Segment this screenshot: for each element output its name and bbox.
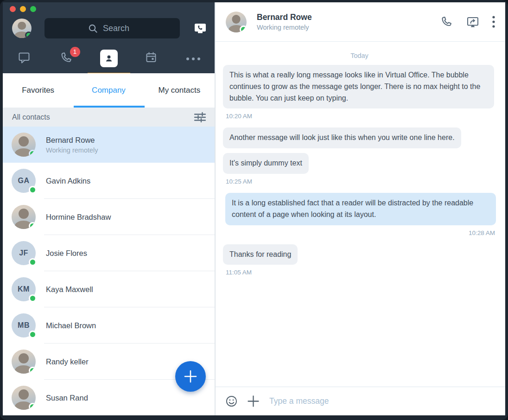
ellipsis-icon xyxy=(186,54,201,63)
presence-dot xyxy=(29,294,37,302)
titlebar xyxy=(3,2,215,15)
message-bubble: Another message will look just like this… xyxy=(223,127,461,148)
active-tab-underline xyxy=(74,106,145,108)
phone-icon: 1 xyxy=(60,51,73,66)
message-list: Today This is what a really long message… xyxy=(216,42,505,387)
contact-name: Michael Brown xyxy=(46,321,96,330)
sidebar-toprow xyxy=(3,15,215,41)
more-options-icon[interactable] xyxy=(492,16,495,28)
chat-panel: Bernard Rowe Working remotely xyxy=(216,2,505,415)
chat-message: This is what a really long message looks… xyxy=(223,65,496,120)
user-avatar[interactable] xyxy=(12,19,32,38)
add-contact-button[interactable] xyxy=(175,361,206,392)
contact-name: Randy keller xyxy=(46,357,89,366)
message-bubble: This is what a really long message looks… xyxy=(223,65,494,108)
contact-name: Bernard Rowe xyxy=(46,136,98,145)
contact-name: Hormine Bradshaw xyxy=(46,213,111,222)
search-box[interactable] xyxy=(44,18,180,38)
sidebar-header: 1 xyxy=(3,2,215,73)
app-window: 1 xyxy=(0,0,508,420)
message-timestamp: 10:25 AM xyxy=(226,178,496,185)
contact-name: Josie Flores xyxy=(46,249,87,258)
zoom-button[interactable] xyxy=(30,6,36,12)
primary-nav: 1 xyxy=(3,41,215,76)
search-input[interactable] xyxy=(103,24,136,33)
attach-plus-icon[interactable] xyxy=(247,395,260,407)
chat-message: Another message will look just like this… xyxy=(223,127,496,148)
presence-dot xyxy=(29,150,36,157)
presence-dot xyxy=(240,25,247,32)
chat-icon xyxy=(18,51,31,66)
plus-icon xyxy=(183,369,198,384)
share-screen-icon[interactable] xyxy=(466,15,480,29)
chat-header: Bernard Rowe Working remotely xyxy=(216,2,505,42)
contact-row[interactable]: JF Josie Flores xyxy=(3,235,215,271)
chat-contact-status: Working remotely xyxy=(257,24,312,31)
contacts-icon xyxy=(100,50,118,67)
presence-dot xyxy=(29,222,36,229)
contact-name: Gavin Adkins xyxy=(46,177,90,185)
sidebar: 1 xyxy=(3,2,216,415)
contact-row[interactable]: Bernard Rowe Working remotely xyxy=(3,127,215,163)
tab-company[interactable]: Company xyxy=(73,86,144,95)
contact-row[interactable]: KM Kaya Maxwell xyxy=(3,271,215,307)
contact-status: Working remotely xyxy=(46,146,98,154)
chat-message: It is a long established fact that a rea… xyxy=(223,193,496,236)
filter-icon[interactable] xyxy=(194,112,206,123)
call-icon[interactable] xyxy=(440,15,453,28)
contact-row[interactable]: Hormine Bradshaw xyxy=(3,199,215,235)
presence-dot xyxy=(29,403,36,410)
message-timestamp: 10:28 AM xyxy=(226,229,495,236)
calls-badge: 1 xyxy=(70,47,80,57)
chat-message: It's simply dummy text 10:25 AM xyxy=(223,153,496,185)
presence-dot xyxy=(29,186,37,194)
message-bubble: It is a long established fact that a rea… xyxy=(225,193,496,225)
list-header: All contacts xyxy=(3,108,215,127)
chat-message: Thanks for reading 11:05 AM xyxy=(223,244,496,276)
search-icon xyxy=(88,24,98,33)
nav-messages[interactable] xyxy=(3,41,45,76)
tab-favorites[interactable]: Favorites xyxy=(3,86,73,95)
contact-avatar: MB xyxy=(12,313,36,337)
message-bubble: It's simply dummy text xyxy=(223,153,309,174)
nav-contacts[interactable] xyxy=(88,41,130,76)
presence-dot xyxy=(29,258,37,266)
chat-contact-avatar xyxy=(226,12,247,32)
message-timestamp: 11:05 AM xyxy=(226,269,496,276)
message-input[interactable] xyxy=(269,396,495,406)
tab-my-contacts[interactable]: My contacts xyxy=(144,86,215,95)
presence-dot xyxy=(25,32,32,38)
contact-tabs: Favorites Company My contacts xyxy=(3,73,215,108)
contact-avatar xyxy=(12,350,36,374)
contact-avatar: JF xyxy=(12,241,36,265)
contact-avatar: GA xyxy=(12,169,36,193)
contact-avatar xyxy=(12,205,36,229)
emoji-icon[interactable] xyxy=(226,395,237,407)
minimize-button[interactable] xyxy=(20,6,26,12)
contact-name: Susan Rand xyxy=(46,394,88,402)
contact-row[interactable]: MB Michael Brown xyxy=(3,307,215,344)
contact-row[interactable]: GA Gavin Adkins xyxy=(3,163,215,199)
contact-name: Kaya Maxwell xyxy=(46,285,93,294)
softphone-icon[interactable] xyxy=(192,20,208,36)
nav-calendar[interactable] xyxy=(130,41,172,76)
message-bubble: Thanks for reading xyxy=(223,244,298,265)
list-header-label: All contacts xyxy=(12,113,50,121)
close-button[interactable] xyxy=(10,6,16,12)
contact-avatar: KM xyxy=(12,277,36,301)
presence-dot xyxy=(29,367,36,374)
message-composer xyxy=(216,387,505,415)
chat-contact-name: Bernard Rowe xyxy=(257,13,312,22)
message-timestamp: 10:20 AM xyxy=(226,113,496,120)
nav-more[interactable] xyxy=(172,41,215,76)
contact-avatar xyxy=(12,133,36,157)
day-divider: Today xyxy=(223,52,496,59)
calendar-icon xyxy=(145,51,158,66)
contact-avatar xyxy=(12,386,36,410)
presence-dot xyxy=(29,331,37,338)
nav-calls[interactable]: 1 xyxy=(45,41,87,76)
